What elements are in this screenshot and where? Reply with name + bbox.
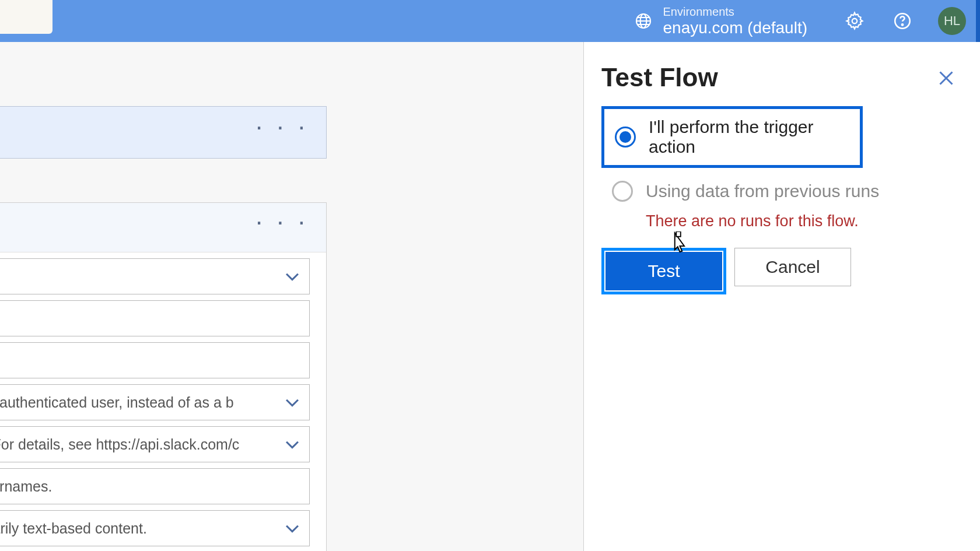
test-button-label: Test bbox=[648, 261, 680, 281]
svg-point-2 bbox=[852, 19, 858, 24]
environment-label: Environments bbox=[663, 5, 807, 19]
test-button[interactable]: Test bbox=[606, 252, 722, 290]
gear-icon[interactable] bbox=[845, 11, 864, 31]
action-card[interactable]: · · · as the authenticated user, instead… bbox=[0, 202, 327, 551]
svg-point-4 bbox=[902, 24, 903, 25]
ellipsis-icon[interactable]: · · · bbox=[256, 120, 309, 133]
radio-label: I'll perform the trigger action bbox=[649, 117, 849, 157]
close-icon[interactable] bbox=[936, 68, 957, 89]
action-field[interactable]: nd usernames. bbox=[0, 468, 310, 504]
button-row: Test Cancel bbox=[601, 248, 963, 294]
window-edge bbox=[976, 0, 980, 42]
radio-previous-runs[interactable]: Using data from previous runs bbox=[601, 173, 963, 210]
ellipsis-icon[interactable]: · · · bbox=[256, 215, 309, 228]
chevron-down-icon[interactable] bbox=[282, 392, 302, 412]
cancel-button[interactable]: Cancel bbox=[734, 248, 851, 286]
globe-icon bbox=[634, 12, 653, 30]
field-text: nd usernames. bbox=[0, 478, 302, 495]
environment-name: enayu.com (default) bbox=[663, 19, 807, 37]
panel-title: Test Flow bbox=[601, 63, 963, 92]
environment-block[interactable]: Environments enayu.com (default) bbox=[663, 5, 807, 37]
action-field[interactable]: ated. For details, see https://api.slack… bbox=[0, 426, 310, 462]
field-text: ated. For details, see https://api.slack… bbox=[0, 436, 282, 453]
chevron-down-icon[interactable] bbox=[282, 434, 302, 454]
radio-icon bbox=[612, 181, 633, 202]
avatar[interactable]: HL bbox=[938, 7, 966, 35]
flow-canvas: · · · · · · as the authenticated user, i… bbox=[0, 42, 583, 551]
test-button-highlight: Test bbox=[601, 248, 726, 294]
help-icon[interactable] bbox=[892, 11, 912, 31]
radio-label: Using data from previous runs bbox=[646, 181, 879, 201]
avatar-initials: HL bbox=[944, 13, 960, 29]
action-field[interactable] bbox=[0, 342, 310, 378]
action-field[interactable] bbox=[0, 300, 310, 336]
radio-icon bbox=[615, 127, 636, 148]
trigger-card[interactable]: · · · bbox=[0, 106, 327, 159]
cancel-button-label: Cancel bbox=[765, 257, 820, 277]
test-flow-panel: Test Flow I'll perform the trigger actio… bbox=[583, 42, 980, 551]
field-text: f primarily text-based content. bbox=[0, 520, 282, 537]
chevron-down-icon[interactable] bbox=[282, 518, 302, 538]
no-runs-message: There are no runs for this flow. bbox=[646, 212, 963, 230]
action-field[interactable]: as the authenticated user, instead of as… bbox=[0, 384, 310, 420]
radio-manual-trigger[interactable]: I'll perform the trigger action bbox=[601, 106, 863, 168]
action-field[interactable] bbox=[0, 258, 310, 294]
field-text: as the authenticated user, instead of as… bbox=[0, 394, 282, 411]
action-field[interactable]: f primarily text-based content. bbox=[0, 510, 310, 546]
browser-tab-stub bbox=[0, 0, 52, 34]
top-bar: Environments enayu.com (default) HL bbox=[0, 0, 980, 42]
action-card-header[interactable]: · · · bbox=[0, 203, 326, 252]
chevron-down-icon[interactable] bbox=[282, 266, 302, 286]
